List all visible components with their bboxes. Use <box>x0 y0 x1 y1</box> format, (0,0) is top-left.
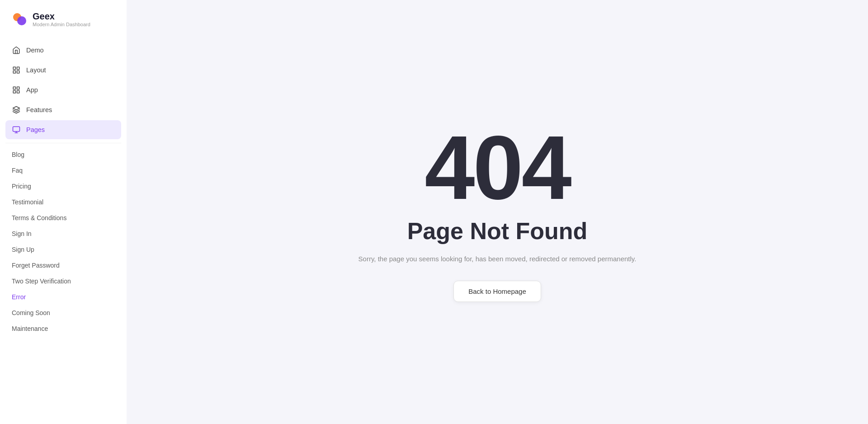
svg-rect-8 <box>17 91 19 93</box>
subnav-label: Error <box>12 293 26 301</box>
subnav-item-forget-password[interactable]: Forget Password <box>5 258 121 273</box>
svg-rect-5 <box>13 71 15 73</box>
sub-nav: Blog Faq Pricing Testimonial Terms & Con… <box>0 147 127 336</box>
pages-icon <box>12 125 21 134</box>
subnav-label: Sign Up <box>12 246 34 253</box>
subnav-item-signup[interactable]: Sign Up <box>5 242 121 257</box>
sidebar-item-label: Pages <box>26 126 45 133</box>
svg-rect-9 <box>13 91 15 93</box>
error-description: Sorry, the page you seems looking for, h… <box>359 254 637 264</box>
subnav-item-coming-soon[interactable]: Coming Soon <box>5 305 121 320</box>
subnav-label: Terms & Conditions <box>12 214 66 221</box>
svg-rect-7 <box>17 87 19 89</box>
svg-rect-3 <box>17 67 19 69</box>
subnav-label: Sign In <box>12 230 32 237</box>
subnav-item-maintenance[interactable]: Maintenance <box>5 321 121 336</box>
subnav-label: Maintenance <box>12 325 48 332</box>
sidebar-item-layout[interactable]: Layout <box>5 61 121 80</box>
logo-icon <box>11 11 28 28</box>
logo-area: Geex Modern Admin Dashboard <box>0 11 127 41</box>
sidebar-item-app[interactable]: App <box>5 80 121 99</box>
sidebar-item-label: Demo <box>26 47 44 54</box>
subnav-label: Faq <box>12 167 23 174</box>
svg-point-1 <box>17 16 26 25</box>
subnav-item-pricing[interactable]: Pricing <box>5 179 121 194</box>
subnav-label: Blog <box>12 151 24 158</box>
subnav-item-blog[interactable]: Blog <box>5 147 121 162</box>
sidebar-item-features[interactable]: Features <box>5 100 121 119</box>
error-title: Page Not Found <box>359 217 637 245</box>
subnav-label: Testimonial <box>12 198 43 206</box>
subnav-item-terms[interactable]: Terms & Conditions <box>5 210 121 226</box>
subnav-item-faq[interactable]: Faq <box>5 163 121 178</box>
sidebar-item-label: Layout <box>26 66 46 74</box>
main-content: 404 Page Not Found Sorry, the page you s… <box>127 0 868 424</box>
sidebar: Geex Modern Admin Dashboard Demo Layo <box>0 0 127 424</box>
back-to-homepage-button[interactable]: Back to Homepage <box>453 281 541 302</box>
svg-rect-6 <box>13 87 15 89</box>
home-icon <box>12 46 21 55</box>
error-code: 404 <box>359 122 637 213</box>
layers-icon <box>12 105 21 114</box>
subnav-item-error[interactable]: Error <box>5 289 121 305</box>
logo-text: Geex Modern Admin Dashboard <box>33 12 90 27</box>
subnav-item-signin[interactable]: Sign In <box>5 226 121 241</box>
svg-rect-4 <box>17 71 19 73</box>
main-nav: Demo Layout App <box>0 41 127 139</box>
subnav-item-two-step[interactable]: Two Step Verification <box>5 273 121 289</box>
grid-icon <box>12 85 21 94</box>
sidebar-item-demo[interactable]: Demo <box>5 41 121 60</box>
svg-rect-11 <box>13 127 20 132</box>
subnav-label: Two Step Verification <box>12 278 71 285</box>
subnav-item-testimonial[interactable]: Testimonial <box>5 194 121 210</box>
logo-subtitle: Modern Admin Dashboard <box>33 22 90 27</box>
sidebar-item-label: Features <box>26 106 52 113</box>
svg-rect-2 <box>13 67 15 69</box>
subnav-label: Coming Soon <box>12 309 50 316</box>
svg-marker-10 <box>13 107 20 110</box>
nav-divider <box>5 143 121 143</box>
sidebar-item-pages[interactable]: Pages <box>5 120 121 139</box>
layout-icon <box>12 66 21 75</box>
logo-name: Geex <box>33 12 90 21</box>
subnav-label: Pricing <box>12 183 31 190</box>
sidebar-item-label: App <box>26 86 38 94</box>
subnav-label: Forget Password <box>12 262 60 269</box>
error-container: 404 Page Not Found Sorry, the page you s… <box>359 122 637 302</box>
